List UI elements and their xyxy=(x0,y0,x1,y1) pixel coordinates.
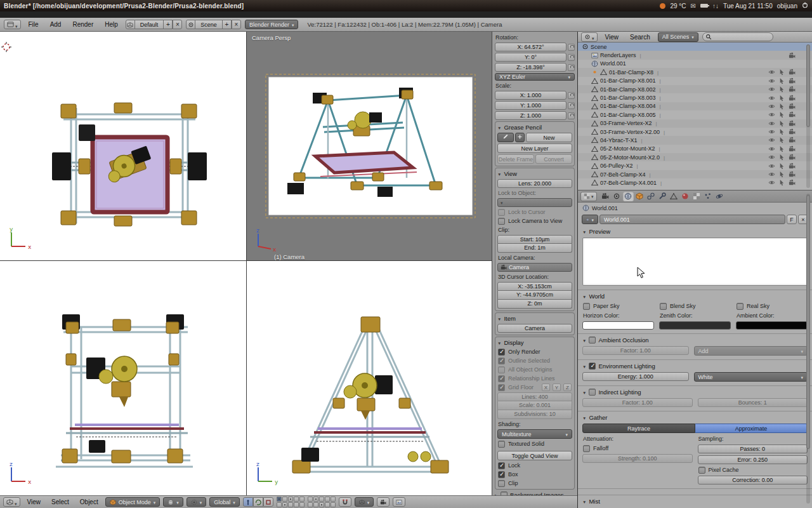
restrict-select-icon[interactable] xyxy=(778,179,785,186)
tab-object-data[interactable] xyxy=(669,191,679,201)
restrict-render-icon[interactable] xyxy=(789,163,796,170)
restrict-render-icon[interactable] xyxy=(789,137,796,144)
blend-sky-checkbox[interactable]: Blend Sky xyxy=(659,302,731,310)
toggle-quad-view-button[interactable]: Toggle Quad View xyxy=(497,451,572,460)
restrict-render-icon[interactable] xyxy=(789,171,796,178)
lock-axis-icon[interactable] xyxy=(568,54,575,61)
temperature-indicator[interactable]: 29 °C xyxy=(670,3,686,10)
axis-y-toggle[interactable]: Y xyxy=(553,384,561,391)
restrict-view-icon[interactable] xyxy=(768,179,775,186)
real-sky-checkbox[interactable]: Real Sky xyxy=(736,302,808,310)
restrict-select-icon[interactable] xyxy=(778,95,785,102)
indirect-lighting-panel-header[interactable]: Indirect Lighting xyxy=(582,388,808,396)
gather-panel-header[interactable]: Gather xyxy=(582,413,808,422)
restrict-select-icon[interactable] xyxy=(778,120,785,127)
restrict-select-icon[interactable] xyxy=(778,154,785,161)
lock-to-cursor-checkbox[interactable]: Lock to Cursor xyxy=(497,208,572,216)
restrict-select-icon[interactable] xyxy=(778,69,785,76)
textured-solid-checkbox[interactable]: Textured Solid xyxy=(497,440,572,448)
clip-end-field[interactable]: End: 1m xyxy=(497,244,572,253)
grid-floor-checkbox[interactable]: Grid Floor X Y Z xyxy=(497,384,572,391)
restrict-view-icon[interactable] xyxy=(768,137,775,144)
indicator-dot-icon[interactable] xyxy=(660,3,665,9)
layers-right-block[interactable] xyxy=(308,497,336,507)
lock-axis-icon[interactable] xyxy=(568,64,575,71)
gp-delete-frame-button[interactable]: Delete Frame xyxy=(497,154,534,164)
grid-scale-field[interactable]: Scale: 0.001 xyxy=(497,401,572,410)
all-object-origins-checkbox[interactable]: All Object Origins xyxy=(497,366,572,373)
delete-scene-button[interactable] xyxy=(232,20,241,29)
outliner-search-box[interactable] xyxy=(702,32,773,41)
strength-slider[interactable]: Strength: 0.100 xyxy=(582,454,693,463)
lock-object-field[interactable] xyxy=(497,198,572,207)
restrict-select-icon[interactable] xyxy=(778,128,785,135)
browse-world-button[interactable] xyxy=(582,215,598,224)
restrict-render-icon[interactable] xyxy=(789,111,796,118)
gp-convert-button[interactable]: Convert xyxy=(535,154,572,164)
environment-lighting-panel-header[interactable]: Environment Lighting xyxy=(582,362,808,370)
pivot-point-select[interactable] xyxy=(187,497,207,507)
restrict-view-icon[interactable] xyxy=(768,120,775,127)
grease-pencil-panel-header[interactable]: Grease Pencil xyxy=(497,123,572,131)
cursor-z-field[interactable]: Z: 0m xyxy=(497,300,572,309)
restrict-render-icon[interactable] xyxy=(789,128,796,135)
search-input[interactable] xyxy=(714,34,768,40)
browse-layouts-icon[interactable] xyxy=(126,20,135,29)
ao-blend-select[interactable]: Add xyxy=(694,346,808,356)
translate-manipulator-button[interactable] xyxy=(243,497,253,507)
tab-constraints[interactable] xyxy=(646,191,657,201)
viewport-top-view[interactable]: yx xyxy=(0,32,246,260)
paper-sky-checkbox[interactable]: Paper Sky xyxy=(582,302,654,310)
rotation-mode-select[interactable]: XYZ Euler xyxy=(495,73,575,81)
outliner-row-object[interactable]: 07-Belt-Clamp-X4 xyxy=(578,170,812,178)
env-color-select[interactable]: White xyxy=(694,372,808,382)
viewport-front-view[interactable]: zx xyxy=(0,260,246,495)
outliner-row-object[interactable]: 05-Z-Motor-Mount-X2.0 xyxy=(578,153,812,161)
indirect-factor-slider[interactable]: Factor: 1.00 xyxy=(582,398,693,407)
quad-lock-checkbox[interactable]: Lock xyxy=(497,462,572,469)
preview-panel-header[interactable]: Preview xyxy=(582,227,808,236)
outliner-row-world[interactable]: World.001 xyxy=(578,60,812,68)
restrict-view-icon[interactable] xyxy=(768,154,775,161)
add-pencil-icon[interactable] xyxy=(515,133,525,142)
restrict-view-icon[interactable] xyxy=(768,128,775,135)
restrict-view-icon[interactable] xyxy=(768,103,775,110)
editor-type-button[interactable] xyxy=(3,497,20,507)
menu-view[interactable]: View xyxy=(23,497,45,507)
scale-z-field[interactable]: Z: 1.000 xyxy=(495,111,566,120)
outliner-row-object[interactable]: 01-Bar-Clamp-X8 xyxy=(578,68,812,76)
restrict-select-icon[interactable] xyxy=(778,145,785,152)
editor-type-button[interactable] xyxy=(4,20,21,29)
shading-mode-select[interactable]: Multitexture xyxy=(497,429,572,439)
outliner-row-object[interactable]: 01-Bar-Clamp-X8.004 xyxy=(578,102,812,110)
outliner-scrollbar[interactable] xyxy=(806,44,810,188)
editor-type-button[interactable] xyxy=(581,32,598,42)
tab-modifiers[interactable] xyxy=(657,191,668,201)
outliner-row-object[interactable]: 01-Bar-Clamp-X8.005 xyxy=(578,110,812,119)
restrict-view-icon[interactable] xyxy=(768,145,775,152)
ao-factor-slider[interactable]: Factor: 1.00 xyxy=(582,346,689,355)
world-panel-header[interactable]: World xyxy=(582,292,808,300)
snap-toggle-button[interactable] xyxy=(339,497,351,507)
grid-subdivisions-field[interactable]: Subdivisions: 10 xyxy=(497,410,572,419)
lock-axis-icon[interactable] xyxy=(568,102,575,109)
restrict-view-icon[interactable] xyxy=(768,77,775,84)
outliner-row-scene[interactable]: Scene xyxy=(578,43,812,51)
tab-render[interactable] xyxy=(600,191,611,201)
restrict-render-icon[interactable] xyxy=(789,52,796,59)
outliner-row-object[interactable]: 04-Ybrac-T-X1 xyxy=(578,136,812,144)
raytrace-button[interactable]: Raytrace xyxy=(582,424,695,433)
outliner-row-object[interactable]: 06-Pulley-X2 xyxy=(578,161,812,170)
view-panel-header[interactable]: View xyxy=(497,170,572,178)
restrict-view-icon[interactable] xyxy=(768,95,775,102)
mail-icon[interactable]: ✉ xyxy=(691,3,696,10)
lock-axis-icon[interactable] xyxy=(568,112,575,119)
restrict-render-icon[interactable] xyxy=(789,120,796,127)
restrict-select-icon[interactable] xyxy=(778,163,785,170)
restrict-select-icon[interactable] xyxy=(778,86,785,93)
tab-particles[interactable] xyxy=(703,191,714,201)
restrict-view-icon[interactable] xyxy=(768,171,775,178)
restrict-render-icon[interactable] xyxy=(789,145,796,152)
restrict-view-icon[interactable] xyxy=(768,163,775,170)
scale-manipulator-button[interactable] xyxy=(263,497,273,507)
